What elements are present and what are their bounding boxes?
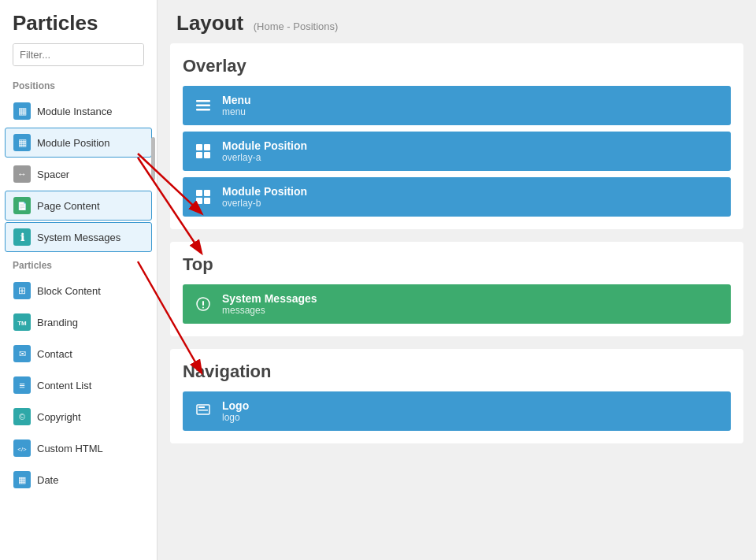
sidebar-item-label-system-messages: System Messages bbox=[37, 232, 120, 243]
filter-wrap: 🔍 bbox=[13, 43, 144, 66]
sidebar-item-label-content-list: Content List bbox=[37, 380, 91, 391]
sidebar-item-branding[interactable]: Branding bbox=[5, 307, 152, 337]
sidebar-item-page-content[interactable]: Page Content bbox=[5, 191, 152, 221]
layout-title: Layout bbox=[176, 11, 243, 35]
system-messages-block-sub: messages bbox=[222, 305, 317, 316]
svg-rect-12 bbox=[202, 301, 204, 306]
svg-rect-0 bbox=[196, 100, 210, 102]
layout-block-system-messages[interactable]: System Messages messages bbox=[183, 284, 731, 324]
contact-icon bbox=[13, 345, 31, 362]
page-content-icon bbox=[13, 197, 31, 214]
sidebar-item-custom-html[interactable]: Custom HTML bbox=[5, 433, 152, 463]
sidebar-item-module-instance[interactable]: Module Instance bbox=[5, 96, 152, 126]
svg-rect-4 bbox=[204, 144, 210, 150]
overlay-section-title: Overlay bbox=[183, 56, 731, 76]
svg-rect-16 bbox=[198, 410, 208, 411]
navigation-section-title: Navigation bbox=[183, 362, 731, 382]
sidebar-scroll: Positions Module Instance Module Positio… bbox=[0, 74, 157, 560]
svg-rect-5 bbox=[196, 152, 202, 158]
sidebar-item-label-block-content: Block Content bbox=[37, 285, 101, 297]
overlay-a-block-icon bbox=[194, 142, 213, 161]
sidebar-item-label-module-position: Module Position bbox=[37, 137, 110, 149]
logo-block-icon bbox=[194, 402, 213, 421]
svg-rect-7 bbox=[196, 190, 202, 196]
filter-input[interactable] bbox=[13, 44, 144, 65]
spacer-icon bbox=[13, 165, 31, 183]
sidebar-item-spacer[interactable]: Spacer bbox=[5, 159, 152, 189]
sidebar-item-module-position[interactable]: Module Position bbox=[5, 128, 152, 158]
particles-label: Particles bbox=[0, 254, 157, 274]
sidebar-item-copyright[interactable]: Copyright bbox=[5, 402, 152, 432]
system-messages-block-icon bbox=[194, 295, 213, 313]
overlay-b-block-sub: overlay-b bbox=[222, 198, 307, 209]
overlay-a-block-text: Module Position overlay-a bbox=[222, 139, 307, 163]
layout-subtitle: (Home - Positions) bbox=[254, 20, 339, 32]
sidebar-item-block-content[interactable]: Block Content bbox=[5, 276, 152, 306]
overlay-b-block-text: Module Position overlay-b bbox=[222, 185, 307, 209]
sidebar-item-label-branding: Branding bbox=[37, 317, 78, 328]
sidebar-item-label-module-instance: Module Instance bbox=[37, 106, 112, 117]
system-messages-block-name: System Messages bbox=[222, 292, 317, 305]
overlay-section: Overlay Menu menu bbox=[170, 43, 743, 229]
layout-block-overlay-b[interactable]: Module Position overlay-b bbox=[183, 177, 731, 217]
sidebar-item-contact[interactable]: Contact bbox=[5, 339, 152, 369]
top-section: Top System Messages messages bbox=[170, 242, 743, 336]
svg-rect-2 bbox=[196, 109, 210, 111]
menu-block-sub: menu bbox=[222, 106, 251, 117]
sidebar-item-label-contact: Contact bbox=[37, 348, 72, 360]
menu-block-name: Menu bbox=[222, 94, 251, 106]
menu-block-icon bbox=[194, 96, 213, 115]
svg-rect-9 bbox=[196, 198, 202, 204]
logo-block-sub: logo bbox=[222, 412, 249, 423]
overlay-b-block-icon bbox=[194, 187, 213, 206]
sidebar-item-date[interactable]: Date bbox=[5, 465, 152, 495]
main-content: Layout (Home - Positions) Overlay Menu m… bbox=[158, 0, 756, 560]
copyright-icon bbox=[13, 408, 31, 425]
logo-block-text: Logo logo bbox=[222, 399, 249, 423]
system-messages-block-text: System Messages messages bbox=[222, 292, 317, 316]
sidebar-item-label-copyright: Copyright bbox=[37, 411, 81, 423]
svg-rect-15 bbox=[198, 406, 205, 408]
layout-block-overlay-a[interactable]: Module Position overlay-a bbox=[183, 132, 731, 171]
menu-block-text: Menu menu bbox=[222, 94, 251, 117]
sidebar-item-system-messages[interactable]: System Messages bbox=[5, 222, 152, 252]
branding-icon bbox=[13, 313, 31, 331]
module-instance-icon bbox=[13, 102, 31, 120]
svg-rect-10 bbox=[204, 198, 210, 204]
sidebar-item-label-date: Date bbox=[37, 474, 58, 486]
svg-rect-8 bbox=[204, 190, 210, 196]
overlay-a-block-name: Module Position bbox=[222, 139, 307, 152]
layout-block-logo[interactable]: Logo logo bbox=[183, 391, 731, 431]
svg-rect-1 bbox=[196, 105, 210, 107]
sidebar-item-label-page-content: Page Content bbox=[37, 200, 100, 212]
svg-rect-6 bbox=[204, 152, 210, 158]
system-messages-sidebar-icon bbox=[13, 228, 31, 246]
main-header: Layout (Home - Positions) bbox=[158, 0, 756, 43]
overlay-a-block-sub: overlay-a bbox=[222, 152, 307, 163]
sidebar-item-label-custom-html: Custom HTML bbox=[37, 443, 103, 454]
scrollbar-handle[interactable] bbox=[151, 137, 155, 180]
navigation-section: Navigation Logo logo bbox=[170, 349, 743, 443]
date-icon bbox=[13, 471, 31, 488]
sidebar-title: Particles bbox=[13, 11, 144, 35]
svg-rect-3 bbox=[196, 144, 202, 150]
module-position-icon bbox=[13, 134, 31, 151]
sidebar-item-content-list[interactable]: Content List bbox=[5, 370, 152, 400]
sidebar-header: Particles 🔍 bbox=[0, 0, 157, 74]
content-list-icon bbox=[13, 376, 31, 394]
positions-label: Positions bbox=[0, 74, 157, 95]
svg-rect-13 bbox=[202, 307, 204, 309]
sidebar-item-label-spacer: Spacer bbox=[37, 169, 69, 180]
top-section-title: Top bbox=[183, 254, 731, 275]
custom-html-icon bbox=[13, 439, 31, 457]
logo-block-name: Logo bbox=[222, 399, 249, 412]
sidebar: Particles 🔍 Positions Module Instance Mo… bbox=[0, 0, 158, 560]
overlay-b-block-name: Module Position bbox=[222, 185, 307, 198]
layout-block-menu[interactable]: Menu menu bbox=[183, 86, 731, 125]
block-content-icon bbox=[13, 282, 31, 299]
